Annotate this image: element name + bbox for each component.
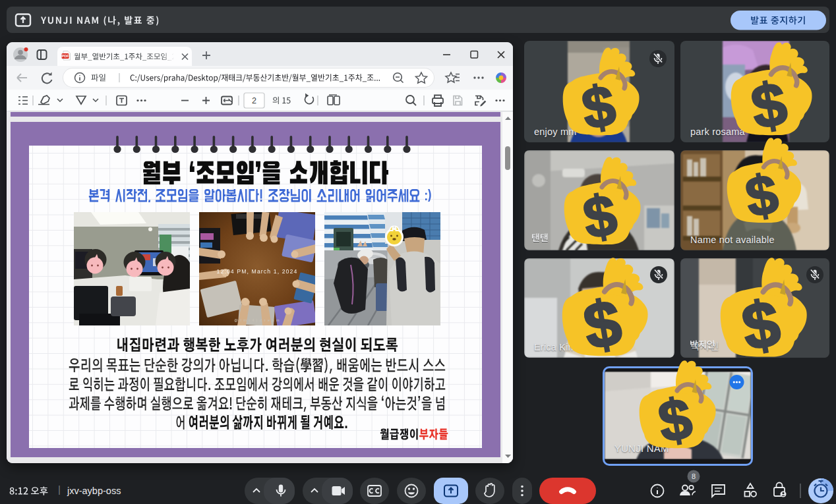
svg-text:@ l m t 4 | d r e a m: @ l m t 4 | d r e a m [234, 318, 280, 322]
svg-text:12:04 PM, March 1, 2024: 12:04 PM, March 1, 2024 [217, 268, 298, 275]
